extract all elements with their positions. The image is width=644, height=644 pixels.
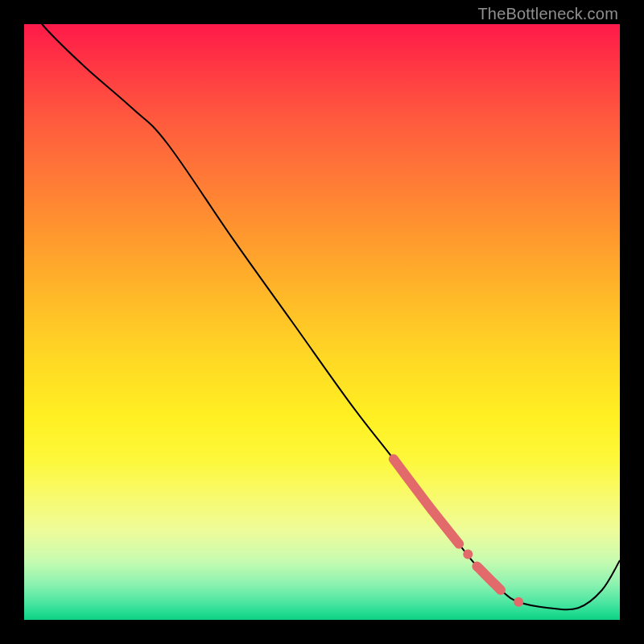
highlight-group (394, 459, 523, 607)
highlight-point (514, 597, 523, 607)
bottleneck-curve (24, 0, 620, 609)
highlight-segment (394, 459, 459, 543)
attribution-watermark: TheBottleneck.com (477, 5, 618, 23)
chart-svg (24, 24, 620, 620)
highlight-segment (477, 566, 501, 590)
chart-container: TheBottleneck.com (0, 0, 644, 644)
highlight-point (463, 550, 473, 559)
